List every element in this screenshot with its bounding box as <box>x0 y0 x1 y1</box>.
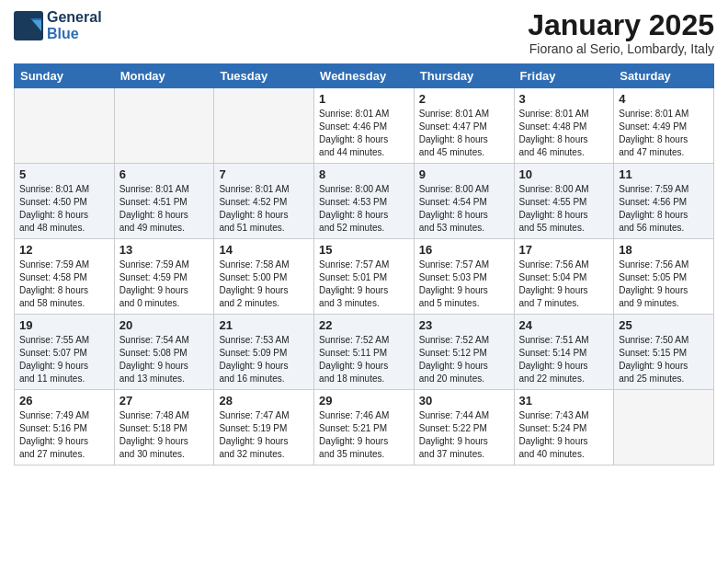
day-info: Sunrise: 7:50 AM Sunset: 5:15 PM Dayligh… <box>619 334 709 385</box>
calendar-cell: 31Sunrise: 7:43 AM Sunset: 5:24 PM Dayli… <box>514 390 614 465</box>
day-info: Sunrise: 8:01 AM Sunset: 4:52 PM Dayligh… <box>219 183 309 235</box>
day-number: 8 <box>319 167 409 181</box>
day-number: 11 <box>619 167 709 181</box>
day-number: 26 <box>19 394 109 408</box>
day-info: Sunrise: 7:43 AM Sunset: 5:24 PM Dayligh… <box>519 409 609 461</box>
calendar-cell: 13Sunrise: 7:59 AM Sunset: 4:59 PM Dayli… <box>114 239 214 315</box>
header-row: SundayMondayTuesdayWednesdayThursdayFrid… <box>15 64 714 88</box>
day-info: Sunrise: 7:59 AM Sunset: 4:58 PM Dayligh… <box>19 259 109 310</box>
calendar-cell: 7Sunrise: 8:01 AM Sunset: 4:52 PM Daylig… <box>214 164 314 239</box>
calendar-cell: 1Sunrise: 8:01 AM Sunset: 4:46 PM Daylig… <box>314 88 415 164</box>
calendar-cell: 20Sunrise: 7:54 AM Sunset: 5:08 PM Dayli… <box>114 315 214 390</box>
day-info: Sunrise: 7:44 AM Sunset: 5:22 PM Dayligh… <box>419 409 509 461</box>
calendar-cell: 2Sunrise: 8:01 AM Sunset: 4:47 PM Daylig… <box>414 88 514 164</box>
day-info: Sunrise: 7:59 AM Sunset: 4:56 PM Dayligh… <box>619 183 709 235</box>
week-row-3: 12Sunrise: 7:59 AM Sunset: 4:58 PM Dayli… <box>15 239 714 315</box>
week-row-4: 19Sunrise: 7:55 AM Sunset: 5:07 PM Dayli… <box>15 315 714 390</box>
calendar-cell: 23Sunrise: 7:52 AM Sunset: 5:12 PM Dayli… <box>414 315 514 390</box>
day-number: 18 <box>619 243 709 257</box>
day-number: 13 <box>119 243 210 257</box>
col-header-sunday: Sunday <box>15 64 115 88</box>
calendar-cell: 19Sunrise: 7:55 AM Sunset: 5:07 PM Dayli… <box>15 315 115 390</box>
calendar-cell: 16Sunrise: 7:57 AM Sunset: 5:03 PM Dayli… <box>414 239 514 315</box>
col-header-saturday: Saturday <box>614 64 714 88</box>
day-number: 19 <box>19 318 109 332</box>
day-info: Sunrise: 7:58 AM Sunset: 5:00 PM Dayligh… <box>219 259 309 310</box>
calendar-cell: 22Sunrise: 7:52 AM Sunset: 5:11 PM Dayli… <box>314 315 415 390</box>
day-number: 16 <box>419 243 509 257</box>
calendar-cell: 6Sunrise: 8:01 AM Sunset: 4:51 PM Daylig… <box>114 164 214 239</box>
day-info: Sunrise: 7:49 AM Sunset: 5:16 PM Dayligh… <box>19 409 109 461</box>
calendar-cell: 17Sunrise: 7:56 AM Sunset: 5:04 PM Dayli… <box>514 239 614 315</box>
day-number: 9 <box>419 167 509 181</box>
calendar-cell: 8Sunrise: 8:00 AM Sunset: 4:53 PM Daylig… <box>314 164 415 239</box>
day-number: 10 <box>519 167 609 181</box>
day-number: 2 <box>419 92 509 106</box>
day-info: Sunrise: 8:01 AM Sunset: 4:50 PM Dayligh… <box>19 183 109 235</box>
day-info: Sunrise: 8:01 AM Sunset: 4:48 PM Dayligh… <box>519 108 609 159</box>
calendar-cell: 11Sunrise: 7:59 AM Sunset: 4:56 PM Dayli… <box>614 164 714 239</box>
day-number: 7 <box>219 167 309 181</box>
col-header-thursday: Thursday <box>414 64 514 88</box>
day-info: Sunrise: 8:00 AM Sunset: 4:53 PM Dayligh… <box>319 183 409 235</box>
day-number: 17 <box>519 243 609 257</box>
calendar-cell: 3Sunrise: 8:01 AM Sunset: 4:48 PM Daylig… <box>514 88 614 164</box>
day-number: 23 <box>419 318 509 332</box>
calendar-cell <box>614 390 714 465</box>
day-info: Sunrise: 7:46 AM Sunset: 5:21 PM Dayligh… <box>319 409 409 461</box>
week-row-2: 5Sunrise: 8:01 AM Sunset: 4:50 PM Daylig… <box>15 164 714 239</box>
day-number: 15 <box>319 243 409 257</box>
day-info: Sunrise: 8:01 AM Sunset: 4:46 PM Dayligh… <box>319 108 409 159</box>
day-info: Sunrise: 7:56 AM Sunset: 5:05 PM Dayligh… <box>619 259 709 310</box>
day-number: 25 <box>619 318 709 332</box>
day-info: Sunrise: 7:57 AM Sunset: 5:01 PM Dayligh… <box>319 259 409 310</box>
day-number: 4 <box>619 92 709 106</box>
day-number: 28 <box>219 394 309 408</box>
calendar-cell: 12Sunrise: 7:59 AM Sunset: 4:58 PM Dayli… <box>15 239 115 315</box>
day-info: Sunrise: 8:01 AM Sunset: 4:49 PM Dayligh… <box>619 108 709 159</box>
calendar-cell: 10Sunrise: 8:00 AM Sunset: 4:55 PM Dayli… <box>514 164 614 239</box>
calendar-cell <box>214 88 314 164</box>
day-info: Sunrise: 7:53 AM Sunset: 5:09 PM Dayligh… <box>219 334 309 385</box>
logo-icon <box>14 11 43 40</box>
day-info: Sunrise: 8:01 AM Sunset: 4:47 PM Dayligh… <box>419 108 509 159</box>
day-info: Sunrise: 8:01 AM Sunset: 4:51 PM Dayligh… <box>119 183 210 235</box>
day-number: 1 <box>319 92 409 106</box>
day-info: Sunrise: 7:57 AM Sunset: 5:03 PM Dayligh… <box>419 259 509 310</box>
day-number: 5 <box>19 167 109 181</box>
calendar-cell: 26Sunrise: 7:49 AM Sunset: 5:16 PM Dayli… <box>15 390 115 465</box>
calendar-cell: 24Sunrise: 7:51 AM Sunset: 5:14 PM Dayli… <box>514 315 614 390</box>
day-info: Sunrise: 7:55 AM Sunset: 5:07 PM Dayligh… <box>19 334 109 385</box>
day-number: 3 <box>519 92 609 106</box>
calendar-cell: 5Sunrise: 8:01 AM Sunset: 4:50 PM Daylig… <box>15 164 115 239</box>
day-info: Sunrise: 8:00 AM Sunset: 4:55 PM Dayligh… <box>519 183 609 235</box>
calendar-cell: 25Sunrise: 7:50 AM Sunset: 5:15 PM Dayli… <box>614 315 714 390</box>
logo: General Blue <box>14 9 102 41</box>
day-number: 20 <box>119 318 210 332</box>
day-info: Sunrise: 7:59 AM Sunset: 4:59 PM Dayligh… <box>119 259 210 310</box>
calendar-cell: 18Sunrise: 7:56 AM Sunset: 5:05 PM Dayli… <box>614 239 714 315</box>
day-number: 21 <box>219 318 309 332</box>
page: General Blue January 2025 Fiorano al Ser… <box>0 0 728 563</box>
day-number: 27 <box>119 394 210 408</box>
calendar-cell <box>15 88 115 164</box>
day-number: 14 <box>219 243 309 257</box>
day-number: 12 <box>19 243 109 257</box>
day-number: 29 <box>319 394 409 408</box>
calendar-cell: 30Sunrise: 7:44 AM Sunset: 5:22 PM Dayli… <box>414 390 514 465</box>
title-block: January 2025 Fiorano al Serio, Lombardy,… <box>528 9 714 56</box>
day-number: 24 <box>519 318 609 332</box>
day-info: Sunrise: 8:00 AM Sunset: 4:54 PM Dayligh… <box>419 183 509 235</box>
day-number: 6 <box>119 167 210 181</box>
day-info: Sunrise: 7:48 AM Sunset: 5:18 PM Dayligh… <box>119 409 210 461</box>
header: General Blue January 2025 Fiorano al Ser… <box>14 9 714 56</box>
week-row-1: 1Sunrise: 8:01 AM Sunset: 4:46 PM Daylig… <box>15 88 714 164</box>
location: Fiorano al Serio, Lombardy, Italy <box>528 41 714 56</box>
day-info: Sunrise: 7:51 AM Sunset: 5:14 PM Dayligh… <box>519 334 609 385</box>
calendar: SundayMondayTuesdayWednesdayThursdayFrid… <box>14 63 714 465</box>
col-header-friday: Friday <box>514 64 614 88</box>
day-number: 22 <box>319 318 409 332</box>
day-info: Sunrise: 7:52 AM Sunset: 5:12 PM Dayligh… <box>419 334 509 385</box>
day-info: Sunrise: 7:47 AM Sunset: 5:19 PM Dayligh… <box>219 409 309 461</box>
calendar-cell: 14Sunrise: 7:58 AM Sunset: 5:00 PM Dayli… <box>214 239 314 315</box>
